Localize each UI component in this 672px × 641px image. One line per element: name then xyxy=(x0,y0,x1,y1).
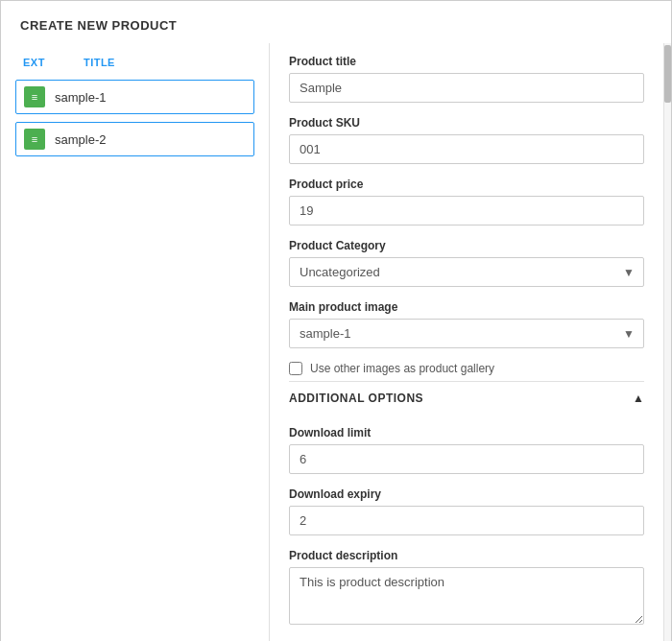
product-category-label: Product Category xyxy=(289,239,644,252)
additional-options-title: ADDITIONAL OPTIONS xyxy=(289,392,423,405)
product-description-textarea[interactable]: This is product description xyxy=(289,567,644,625)
gallery-checkbox-label[interactable]: Use other images as product gallery xyxy=(310,362,494,375)
modal-body: EXT TITLE ≡ sample-1 ≡ sample-2 Product … xyxy=(1,43,671,641)
product-category-group: Product Category Uncategorized ▼ xyxy=(289,239,644,287)
file-icon-1: ≡ xyxy=(24,86,45,107)
product-description-group: Product description This is product desc… xyxy=(289,549,644,629)
product-title-group: Product title xyxy=(289,55,644,103)
file-item-2[interactable]: ≡ sample-2 xyxy=(15,122,254,156)
download-limit-label: Download limit xyxy=(289,426,644,439)
download-limit-input[interactable] xyxy=(289,444,644,474)
col-ext-header: EXT xyxy=(23,57,45,68)
product-title-input[interactable] xyxy=(289,73,644,103)
modal-title: CREATE NEW PRODUCT xyxy=(20,18,177,33)
left-panel: EXT TITLE ≡ sample-1 ≡ sample-2 xyxy=(1,43,270,641)
main-image-wrapper: sample-1 sample-2 ▼ xyxy=(289,319,644,348)
product-price-input[interactable] xyxy=(289,196,644,226)
product-sku-label: Product SKU xyxy=(289,116,644,130)
col-headers: EXT TITLE xyxy=(15,53,254,76)
download-expiry-label: Download expiry xyxy=(289,487,644,501)
download-expiry-group: Download expiry xyxy=(289,487,644,535)
scrollbar[interactable] xyxy=(663,43,671,641)
file-name-1: sample-1 xyxy=(55,90,106,105)
file-name-2: sample-2 xyxy=(55,132,106,147)
modal-header: CREATE NEW PRODUCT xyxy=(1,1,671,43)
additional-options-toggle[interactable]: ▲ xyxy=(633,392,644,405)
product-price-group: Product price xyxy=(289,178,644,226)
product-sku-group: Product SKU xyxy=(289,116,644,164)
file-item-1[interactable]: ≡ sample-1 xyxy=(15,80,254,114)
gallery-checkbox-row: Use other images as product gallery xyxy=(289,362,644,375)
col-title-header: TITLE xyxy=(84,57,115,68)
download-limit-group: Download limit xyxy=(289,426,644,474)
scrollbar-thumb[interactable] xyxy=(664,45,671,103)
product-description-label: Product description xyxy=(289,549,644,562)
main-image-select[interactable]: sample-1 sample-2 xyxy=(289,319,644,348)
main-image-group: Main product image sample-1 sample-2 ▼ xyxy=(289,300,644,348)
product-title-label: Product title xyxy=(289,55,644,68)
gallery-checkbox[interactable] xyxy=(289,362,302,375)
right-panel: Product title Product SKU Product price … xyxy=(270,43,663,641)
product-category-wrapper: Uncategorized ▼ xyxy=(289,257,644,287)
create-product-modal: CREATE NEW PRODUCT EXT TITLE ≡ sample-1 … xyxy=(0,0,672,641)
download-expiry-input[interactable] xyxy=(289,506,644,535)
additional-options-section: ADDITIONAL OPTIONS ▲ xyxy=(289,381,644,415)
file-icon-2: ≡ xyxy=(24,129,45,150)
main-image-label: Main product image xyxy=(289,300,644,314)
product-category-select[interactable]: Uncategorized xyxy=(289,257,644,287)
product-sku-input[interactable] xyxy=(289,134,644,164)
product-price-label: Product price xyxy=(289,178,644,191)
